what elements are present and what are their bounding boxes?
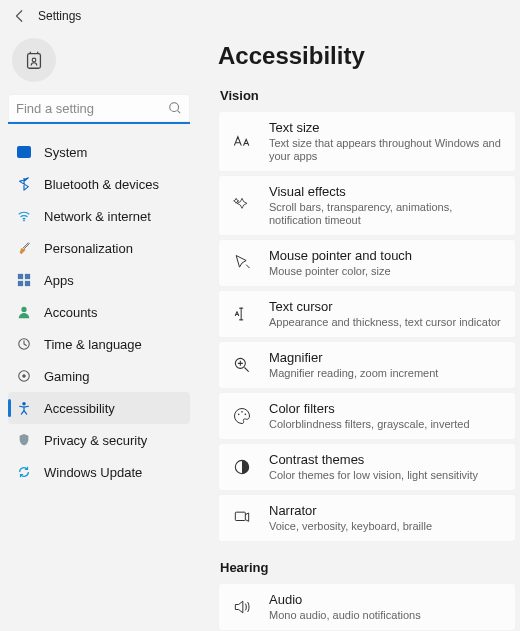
svg-rect-6 [18,281,23,286]
card-audio[interactable]: AudioMono audio, audio notifications [218,583,516,631]
speaker-icon [231,596,253,618]
text-size-icon [231,130,253,152]
card-sub: Voice, verbosity, keyboard, braille [269,520,432,533]
back-arrow-icon [13,9,27,23]
sidebar-item-accounts[interactable]: Accounts [8,296,190,328]
svg-point-11 [22,374,26,378]
sparkle-icon [231,194,253,216]
user-avatar[interactable] [12,38,56,82]
section-header-vision: Vision [220,88,516,103]
sidebar-item-label: Accounts [44,305,97,320]
text-cursor-icon [231,303,253,325]
accessibility-icon [16,400,32,416]
sidebar-item-label: Bluetooth & devices [44,177,159,192]
paintbrush-icon [16,240,32,256]
sidebar-item-label: Privacy & security [44,433,147,448]
accounts-icon [16,304,32,320]
clock-globe-icon [16,336,32,352]
svg-point-2 [170,103,179,112]
sidebar-item-privacy[interactable]: Privacy & security [8,424,190,456]
sidebar-item-label: Gaming [44,369,90,384]
card-title: Contrast themes [269,452,478,468]
svg-rect-5 [25,274,30,279]
card-text-cursor[interactable]: Text cursorAppearance and thickness, tex… [218,290,516,338]
svg-rect-18 [235,512,245,520]
card-narrator[interactable]: NarratorVoice, verbosity, keyboard, brai… [218,494,516,542]
card-sub: Mouse pointer color, size [269,265,412,278]
update-icon [16,464,32,480]
card-title: Audio [269,592,421,608]
svg-point-15 [241,411,243,413]
sidebar-item-label: Apps [44,273,74,288]
gaming-icon [16,368,32,384]
apps-icon [16,272,32,288]
search-input[interactable] [8,94,190,124]
card-text-size[interactable]: Text sizeText size that appears througho… [218,111,516,172]
sidebar-item-windows-update[interactable]: Windows Update [8,456,190,488]
card-title: Text cursor [269,299,501,315]
svg-point-3 [23,220,25,222]
avatar-placeholder-icon [23,49,45,71]
svg-point-1 [32,58,36,62]
card-sub: Colorblindness filters, grayscale, inver… [269,418,470,431]
sidebar-item-apps[interactable]: Apps [8,264,190,296]
svg-point-8 [21,307,26,312]
card-sub: Color themes for low vision, light sensi… [269,469,478,482]
card-color-filters[interactable]: Color filtersColorblindness filters, gra… [218,392,516,440]
card-contrast-themes[interactable]: Contrast themesColor themes for low visi… [218,443,516,491]
card-sub: Text size that appears throughout Window… [269,137,503,163]
narrator-icon [231,507,253,529]
sidebar-item-label: Network & internet [44,209,151,224]
system-icon [16,144,32,160]
magnifier-icon [231,354,253,376]
search-icon [168,101,182,115]
sidebar-item-gaming[interactable]: Gaming [8,360,190,392]
wifi-icon [16,208,32,224]
card-title: Magnifier [269,350,438,366]
sidebar-item-label: System [44,145,87,160]
sidebar-item-label: Windows Update [44,465,142,480]
sidebar-item-bluetooth[interactable]: Bluetooth & devices [8,168,190,200]
card-mouse-pointer[interactable]: Mouse pointer and touchMouse pointer col… [218,239,516,287]
card-magnifier[interactable]: MagnifierMagnifier reading, zoom increme… [218,341,516,389]
sidebar-item-label: Accessibility [44,401,115,416]
sidebar-item-time-language[interactable]: Time & language [8,328,190,360]
cursor-icon [231,252,253,274]
card-title: Narrator [269,503,432,519]
sidebar-item-accessibility[interactable]: Accessibility [8,392,190,424]
svg-rect-0 [28,54,41,69]
sidebar-item-network[interactable]: Network & internet [8,200,190,232]
card-sub: Scroll bars, transparency, animations, n… [269,201,503,227]
palette-icon [231,405,253,427]
svg-point-16 [245,413,247,415]
card-title: Color filters [269,401,470,417]
bluetooth-icon [16,176,32,192]
page-title: Accessibility [218,42,516,70]
sidebar-item-personalization[interactable]: Personalization [8,232,190,264]
svg-point-12 [22,402,26,406]
shield-icon [16,432,32,448]
window-title: Settings [38,9,81,23]
sidebar-item-label: Time & language [44,337,142,352]
card-title: Visual effects [269,184,503,200]
back-button[interactable] [8,4,32,28]
card-title: Mouse pointer and touch [269,248,412,264]
svg-point-14 [238,413,240,415]
sidebar-item-system[interactable]: System [8,136,190,168]
svg-rect-4 [18,274,23,279]
svg-rect-7 [25,281,30,286]
card-title: Text size [269,120,503,136]
sidebar-item-label: Personalization [44,241,133,256]
card-sub: Magnifier reading, zoom increment [269,367,438,380]
section-header-hearing: Hearing [220,560,516,575]
card-visual-effects[interactable]: Visual effectsScroll bars, transparency,… [218,175,516,236]
card-sub: Appearance and thickness, text cursor in… [269,316,501,329]
contrast-icon [231,456,253,478]
card-sub: Mono audio, audio notifications [269,609,421,622]
